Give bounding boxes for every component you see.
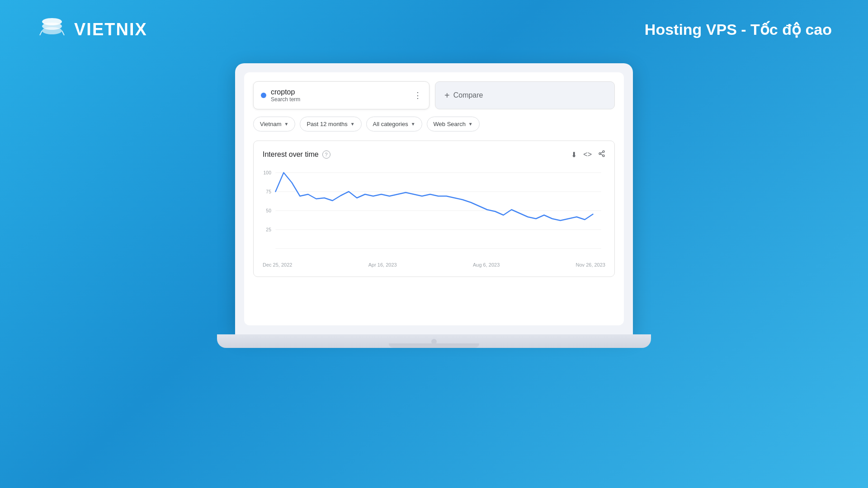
search-term-name: croptop [271,88,300,96]
filter-search-type-label: Web Search [434,121,466,127]
svg-point-6 [599,153,601,155]
tagline: Hosting VPS - Tốc độ cao [645,20,832,38]
embed-code-icon[interactable]: <> [583,150,592,159]
svg-text:25: 25 [266,227,271,232]
filter-search-type[interactable]: Web Search ▼ [427,117,480,131]
compare-plus-icon: + [444,90,450,101]
more-options-icon[interactable]: ⋮ [414,90,422,100]
x-labels: Dec 25, 2022 Apr 16, 2023 Aug 6, 2023 No… [263,260,605,267]
filter-country-label: Vietnam [260,121,281,127]
chevron-down-icon: ▼ [284,122,288,127]
filters-row: Vietnam ▼ Past 12 months ▼ All categorie… [253,117,615,131]
chart-actions: ⬇ <> [571,150,605,159]
chart-title: Interest over time [263,150,319,159]
logo-text: VIETNIX [74,20,147,39]
logo-area: VIETNIX [36,14,147,45]
chart-section: Interest over time ? ⬇ <> [253,141,615,277]
filter-country[interactable]: Vietnam ▼ [253,117,295,131]
compare-label: Compare [453,91,483,99]
svg-point-2 [42,27,62,34]
chart-header: Interest over time ? ⬇ <> [263,150,605,159]
download-icon[interactable]: ⬇ [571,150,577,159]
screen-content: croptop Search term ⋮ + Compare Vie [244,72,624,325]
svg-text:75: 75 [266,189,271,194]
chevron-down-icon: ▼ [350,122,355,127]
compare-card[interactable]: + Compare [435,81,615,109]
chart-container: 100 75 50 25 Dec 25, 2022 Apr 16, 2023 [263,168,605,267]
svg-text:100: 100 [264,170,271,175]
filter-category-label: All categories [373,121,408,127]
x-label-1: Dec 25, 2022 [263,262,292,267]
chevron-down-icon: ▼ [468,122,473,127]
filter-time[interactable]: Past 12 months ▼ [300,117,361,131]
svg-line-4 [62,31,64,35]
vietnix-logo-icon [36,14,68,45]
x-label-3: Aug 6, 2023 [473,262,500,267]
laptop-notch [431,339,437,344]
laptop-screen: croptop Search term ⋮ + Compare Vie [235,63,633,334]
share-icon[interactable] [598,150,605,159]
svg-point-5 [603,150,604,152]
laptop-wrapper: croptop Search term ⋮ + Compare Vie [0,59,868,348]
trend-chart-svg: 100 75 50 25 [263,168,605,258]
help-icon[interactable]: ? [322,150,330,159]
svg-point-7 [603,155,604,157]
trend-line [275,173,593,221]
x-label-2: Apr 16, 2023 [368,262,397,267]
search-term-label: Search term [271,96,300,103]
search-terms-row: croptop Search term ⋮ + Compare [253,81,615,109]
header: VIETNIX Hosting VPS - Tốc độ cao [0,0,868,59]
filter-category[interactable]: All categories ▼ [366,117,422,131]
filter-time-label: Past 12 months [307,121,347,127]
search-term-card: croptop Search term ⋮ [253,81,429,109]
svg-line-8 [601,154,603,155]
svg-line-3 [40,31,42,35]
search-term-dot [261,93,266,98]
svg-line-9 [601,152,603,153]
chevron-down-icon: ▼ [411,122,415,127]
svg-text:50: 50 [266,208,271,213]
laptop-base [217,334,651,348]
x-label-4: Nov 26, 2023 [576,262,605,267]
